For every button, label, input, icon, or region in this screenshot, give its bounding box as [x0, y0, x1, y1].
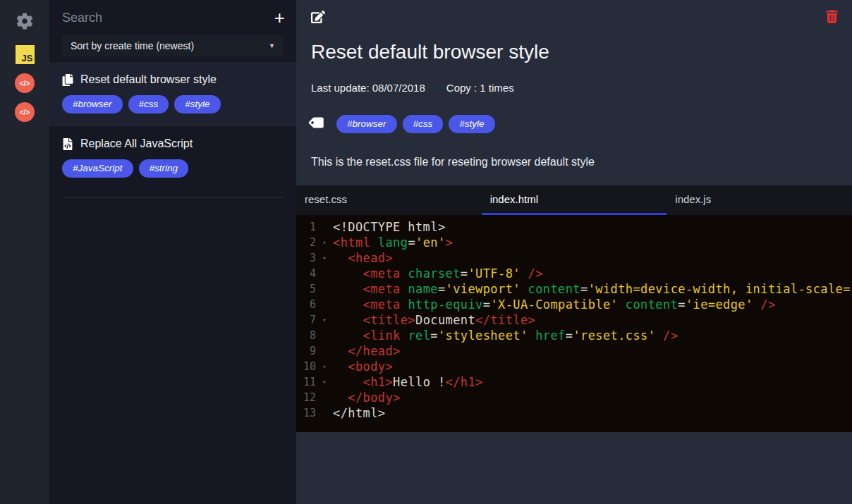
tag-pill[interactable]: #JavaScript [62, 159, 133, 178]
snippet-tags: #browser#css#style [62, 95, 284, 113]
snippet-list: Reset default browser style#browser#css#… [49, 62, 296, 190]
code-editor[interactable]: 1<!DOCTYPE html>2▾<html lang='en'>3▾ <he… [296, 215, 852, 432]
tag-icon [311, 116, 325, 133]
tag-pill[interactable]: #style [449, 115, 494, 133]
code-text: <h1>Hello !</h1> [333, 375, 483, 389]
fold-arrow-icon[interactable]: ▾ [316, 239, 333, 246]
line-number: 10 [296, 360, 316, 373]
javascript-language-icon[interactable]: JS [16, 45, 35, 64]
code-line: 10▾ <body> [296, 359, 852, 374]
code-line: 2▾<html lang='en'> [296, 235, 852, 250]
snippet-list-item[interactable]: Reset default browser style#browser#css#… [49, 62, 296, 126]
snippet-tags: #JavaScript#string [62, 159, 284, 178]
line-number: 12 [296, 391, 316, 404]
code-text: <meta name='viewport' content='width=dev… [333, 282, 852, 296]
code-line: 4 <meta charset='UTF-8' /> [296, 266, 852, 281]
tag-pill[interactable]: #css [128, 95, 169, 113]
code-language-icon-2[interactable]: </> [15, 102, 35, 122]
fold-arrow-icon[interactable]: ▾ [316, 254, 333, 262]
tag-pill[interactable]: #browser [336, 115, 397, 133]
app-window: JS </> </> + Sort by create time (newest… [0, 0, 852, 504]
fold-arrow-icon[interactable]: ▾ [316, 316, 333, 324]
code-text: <!DOCTYPE html> [333, 220, 446, 234]
sidebar: + Sort by create time (newest) ▼ Reset d… [49, 0, 296, 504]
code-line: 8 <link rel='stylesheet' href='reset.css… [296, 328, 852, 343]
code-line: 1<!DOCTYPE html> [296, 219, 852, 235]
code-line: 6 <meta http-equiv='X-UA-Compatible' con… [296, 297, 852, 312]
tag-pill[interactable]: #style [174, 95, 220, 113]
code-text: </body> [333, 391, 401, 405]
line-number: 13 [296, 407, 316, 419]
tag-pill[interactable]: #css [403, 115, 444, 133]
code-text: <meta charset='UTF-8' /> [333, 266, 543, 281]
code-icon: </> [20, 109, 30, 116]
delete-snippet-button[interactable] [826, 10, 838, 26]
tag-pill[interactable]: #string [139, 159, 189, 178]
copy-count-text: Copy : 1 times [446, 82, 514, 94]
line-number: 7 [296, 314, 316, 326]
file-code-icon [62, 138, 73, 150]
bottom-filler [296, 432, 852, 504]
fold-arrow-icon[interactable]: ▾ [316, 363, 333, 370]
code-line: 7▾ <title>Document</title> [296, 312, 852, 328]
line-number: 5 [296, 283, 316, 295]
snippet-title: Reset default browser style [80, 73, 217, 86]
code-line: 3▾ <head> [296, 250, 852, 266]
code-line: 11▾ <h1>Hello !</h1> [296, 374, 852, 390]
copy-icon [62, 74, 73, 86]
file-tab-index.js[interactable]: index.js [667, 185, 852, 215]
code-text: <link rel='stylesheet' href='reset.css' … [333, 328, 678, 343]
js-icon: JS [22, 54, 33, 63]
code-icon: </> [20, 80, 30, 87]
line-number: 8 [296, 329, 316, 342]
detail-tags: #browser#css#style [336, 115, 495, 133]
code-text: <meta http-equiv='X-UA-Compatible' conte… [333, 297, 776, 312]
code-line: 13</html> [296, 405, 852, 421]
line-number: 1 [296, 221, 316, 233]
line-number: 2 [296, 236, 316, 249]
snippet-title: Replace All JavaScript [80, 137, 193, 150]
search-input[interactable] [62, 11, 274, 25]
code-text: </head> [333, 344, 401, 358]
sort-select-value: Sort by create time (newest) [71, 40, 269, 51]
search-bar: + [49, 0, 296, 35]
snippet-list-item[interactable]: Replace All JavaScript#JavaScript#string [49, 126, 296, 190]
chevron-down-icon: ▼ [269, 42, 275, 49]
code-line: 12 </body> [296, 390, 852, 405]
sort-select[interactable]: Sort by create time (newest) ▼ [62, 35, 284, 56]
line-number: 11 [296, 376, 316, 388]
snippet-description: This is the reset.css file for reseting … [311, 156, 838, 168]
line-number: 9 [296, 345, 316, 357]
trash-icon [826, 10, 838, 23]
main-panel: Reset default browser style Last update:… [296, 0, 852, 504]
edit-icon [311, 10, 325, 24]
snippet-detail-header: Reset default browser style Last update:… [296, 0, 852, 185]
edit-snippet-button[interactable] [311, 10, 325, 27]
code-line: 5 <meta name='viewport' content='width=d… [296, 281, 852, 297]
last-update-text: Last update: 08/07/2018 [311, 82, 425, 94]
line-number: 6 [296, 298, 316, 311]
gear-icon [16, 13, 33, 30]
code-text: </html> [333, 406, 385, 420]
code-text: <title>Document</title> [333, 313, 535, 327]
file-tab-bar: reset.cssindex.htmlindex.js [296, 185, 852, 215]
code-language-icon-1[interactable]: </> [15, 73, 35, 93]
file-tab-reset.css[interactable]: reset.css [296, 185, 482, 215]
settings-button[interactable] [16, 13, 33, 30]
line-number: 3 [296, 252, 316, 264]
page-title: Reset default browser style [311, 39, 838, 65]
code-text: <html lang='en'> [333, 235, 453, 250]
divider [62, 197, 284, 198]
code-line: 9 </head> [296, 343, 852, 359]
code-text: <body> [333, 359, 393, 374]
file-tab-index.html[interactable]: index.html [482, 185, 667, 215]
fold-arrow-icon[interactable]: ▾ [316, 379, 333, 386]
tag-pill[interactable]: #browser [62, 95, 123, 113]
add-snippet-button[interactable]: + [274, 10, 285, 25]
activity-bar: JS </> </> [0, 0, 49, 504]
line-number: 4 [296, 267, 316, 280]
code-text: <head> [333, 251, 393, 265]
